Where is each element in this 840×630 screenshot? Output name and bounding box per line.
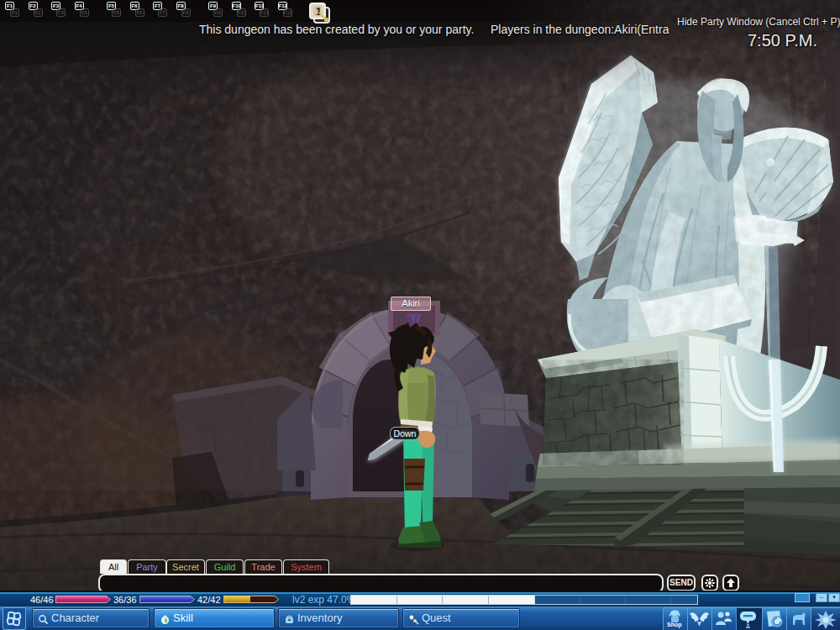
svg-text:1: 1 <box>316 6 322 18</box>
svg-text:Shop: Shop <box>667 622 682 628</box>
